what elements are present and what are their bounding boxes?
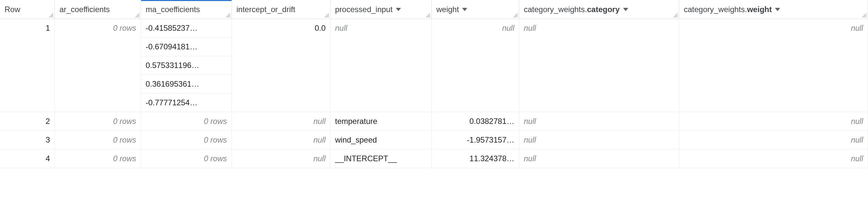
intercept-or-drift-cell: null bbox=[232, 149, 331, 168]
intercept-or-drift-cell-value: 0.0 bbox=[315, 24, 326, 33]
intercept-or-drift-cell-value: null bbox=[313, 136, 326, 145]
category-weights-category-cell: null bbox=[519, 131, 679, 149]
category-weights-category-cell: null bbox=[519, 112, 679, 130]
intercept-or-drift-cell: null bbox=[232, 112, 331, 130]
ar-coefficients-cell: 0 rows bbox=[55, 131, 141, 149]
col-header-weight[interactable]: weight bbox=[432, 0, 519, 19]
col-header-intercept-or-drift[interactable]: intercept_or_drift bbox=[232, 0, 331, 19]
ma-coefficient-value: -0.77771254… bbox=[141, 93, 231, 107]
processed-input-cell-value: null bbox=[335, 24, 347, 33]
resize-grip-icon[interactable] bbox=[225, 12, 231, 18]
resize-grip-icon[interactable] bbox=[323, 12, 330, 18]
col-header-ma-coefficients[interactable]: ma_coefficients bbox=[141, 0, 232, 19]
ma-coefficient-value: 0.575331196… bbox=[141, 56, 231, 75]
ar-coefficients-cell: 0 rows bbox=[55, 19, 141, 112]
resize-grip-icon[interactable] bbox=[672, 12, 678, 18]
weight-cell: -1.9573157… bbox=[432, 131, 519, 149]
ma-coefficient-value: 0.361695361… bbox=[141, 75, 231, 93]
processed-input-cell: null bbox=[331, 19, 432, 112]
row-number-cell-value: 4 bbox=[46, 154, 50, 163]
ma-coefficients-list: -0.41585237…-0.67094181…0.575331196…0.36… bbox=[141, 24, 231, 107]
intercept-or-drift-cell-value: null bbox=[313, 117, 326, 126]
col-header-label: category_weights.weight bbox=[684, 5, 772, 14]
resize-grip-icon[interactable] bbox=[48, 12, 54, 18]
col-header-label: processed_input bbox=[335, 5, 393, 14]
col-header-processed-input[interactable]: processed_input bbox=[331, 0, 432, 19]
category-weights-weight-cell: null bbox=[679, 112, 868, 130]
ar-coefficients-cell-value: 0 rows bbox=[113, 24, 136, 33]
row-number-cell: 2 bbox=[0, 112, 55, 130]
processed-input-cell-value: __INTERCEPT__ bbox=[335, 154, 397, 163]
weight-cell: 0.0382781… bbox=[432, 112, 519, 130]
col-header-label: ar_coefficients bbox=[59, 5, 110, 14]
processed-input-cell: __INTERCEPT__ bbox=[331, 149, 432, 168]
col-header-label: intercept_or_drift bbox=[237, 5, 295, 14]
ar-coefficients-cell-value: 0 rows bbox=[113, 117, 136, 126]
col-header-category-weights-category[interactable]: category_weights.category bbox=[519, 0, 679, 19]
col-header-row[interactable]: Row bbox=[0, 0, 55, 19]
resize-grip-icon[interactable] bbox=[134, 12, 140, 18]
weight-cell-value: 11.324378… bbox=[470, 154, 514, 163]
col-header-label: Row bbox=[5, 5, 20, 14]
dropdown-icon[interactable] bbox=[623, 8, 628, 11]
table-row: 40 rows0 rowsnull__INTERCEPT__11.324378…… bbox=[0, 149, 868, 168]
table-body: 10 rows-0.41585237…-0.67094181…0.5753311… bbox=[0, 19, 868, 168]
processed-input-cell: wind_speed bbox=[331, 131, 432, 149]
col-header-category-weights-weight[interactable]: category_weights.weight bbox=[679, 0, 868, 19]
ar-coefficients-cell-value: 0 rows bbox=[113, 136, 136, 145]
row-number-cell: 4 bbox=[0, 149, 55, 168]
ar-coefficients-cell: 0 rows bbox=[55, 112, 141, 130]
category-weights-category-cell: null bbox=[519, 149, 679, 168]
row-number-cell-value: 2 bbox=[46, 117, 50, 126]
weight-cell: null bbox=[432, 19, 519, 112]
category-weights-weight-cell-value: null bbox=[851, 24, 863, 33]
category-weights-category-cell-value: null bbox=[524, 24, 536, 33]
ma-coefficients-cell-value: 0 rows bbox=[204, 117, 227, 126]
weight-cell-value: null bbox=[502, 24, 514, 33]
ma-coefficients-cell-value: 0 rows bbox=[204, 154, 227, 163]
row-number-cell: 3 bbox=[0, 131, 55, 149]
category-weights-category-cell-value: null bbox=[524, 136, 536, 145]
col-header-label: weight bbox=[436, 5, 459, 14]
row-number-cell-value: 1 bbox=[46, 24, 50, 33]
weight-cell-value: 0.0382781… bbox=[470, 117, 514, 126]
table-row: 10 rows-0.41585237…-0.67094181…0.5753311… bbox=[0, 19, 868, 112]
table-header-row: Row ar_coefficients ma_coefficients inte… bbox=[0, 0, 868, 19]
dropdown-icon[interactable] bbox=[462, 8, 467, 11]
ma-coefficients-cell-value: 0 rows bbox=[204, 136, 227, 145]
category-weights-weight-cell-value: null bbox=[851, 154, 863, 163]
category-weights-category-cell-value: null bbox=[524, 154, 536, 163]
category-weights-category-cell: null bbox=[519, 19, 679, 112]
ar-coefficients-cell: 0 rows bbox=[55, 149, 141, 168]
row-number-cell: 1 bbox=[0, 19, 55, 112]
ma-coefficients-cell: 0 rows bbox=[141, 112, 232, 130]
intercept-or-drift-cell-value: null bbox=[313, 154, 326, 163]
processed-input-cell-value: temperature bbox=[335, 117, 377, 126]
ma-coefficients-cell: 0 rows bbox=[141, 131, 232, 149]
category-weights-weight-cell: null bbox=[679, 149, 868, 168]
ma-coefficients-cell: 0 rows bbox=[141, 149, 232, 168]
weight-cell: 11.324378… bbox=[432, 149, 519, 168]
row-number-cell-value: 3 bbox=[46, 136, 50, 145]
ma-coefficient-value: -0.41585237… bbox=[141, 24, 231, 38]
category-weights-weight-cell: null bbox=[679, 131, 868, 149]
category-weights-weight-cell: null bbox=[679, 19, 868, 112]
category-weights-weight-cell-value: null bbox=[851, 136, 863, 145]
resize-grip-icon[interactable] bbox=[861, 12, 867, 18]
processed-input-cell: temperature bbox=[331, 112, 432, 130]
col-header-ar-coefficients[interactable]: ar_coefficients bbox=[55, 0, 141, 19]
intercept-or-drift-cell: null bbox=[232, 131, 331, 149]
dropdown-icon[interactable] bbox=[396, 8, 401, 11]
weight-cell-value: -1.9573157… bbox=[467, 136, 514, 145]
active-column-indicator bbox=[141, 0, 231, 1]
ar-coefficients-cell-value: 0 rows bbox=[113, 154, 136, 163]
dropdown-icon[interactable] bbox=[775, 8, 780, 11]
ma-coefficients-cell: -0.41585237…-0.67094181…0.575331196…0.36… bbox=[141, 19, 232, 112]
col-header-label: ma_coefficients bbox=[146, 5, 200, 14]
resize-grip-icon[interactable] bbox=[425, 12, 431, 18]
col-header-label: category_weights.category bbox=[524, 5, 620, 14]
ma-coefficient-value: -0.67094181… bbox=[141, 38, 231, 56]
resize-grip-icon[interactable] bbox=[513, 12, 518, 18]
category-weights-weight-cell-value: null bbox=[851, 117, 863, 126]
table-row: 30 rows0 rowsnullwind_speed-1.9573157…nu… bbox=[0, 131, 868, 149]
